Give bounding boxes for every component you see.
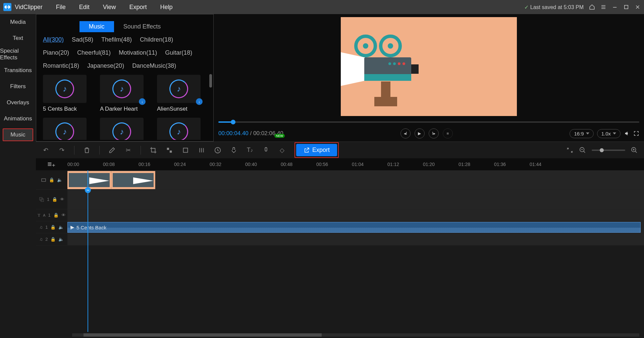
text-to-speech-icon[interactable]: T♪ xyxy=(246,147,254,154)
crop-icon[interactable] xyxy=(150,147,157,154)
menu-edit[interactable]: Edit xyxy=(79,4,90,11)
undo-icon[interactable]: ↶ xyxy=(42,147,49,154)
mic-icon[interactable] xyxy=(230,147,237,154)
category-romantic[interactable]: Romantic(18) xyxy=(43,62,79,69)
audio-track-1[interactable]: ▶ 5 Cents Back xyxy=(67,221,644,233)
aspect-button[interactable]: 16:9 xyxy=(570,129,593,138)
category-piano[interactable]: Piano(20) xyxy=(43,49,69,56)
volume-icon[interactable] xyxy=(624,130,630,136)
lock-icon[interactable]: 🔒 xyxy=(50,225,56,230)
lock-icon[interactable]: 🔒 xyxy=(53,213,59,218)
scrub-handle[interactable] xyxy=(231,120,235,124)
category-children[interactable]: Children(18) xyxy=(140,36,173,43)
text-track[interactable] xyxy=(67,209,644,221)
fit-icon[interactable] xyxy=(566,147,574,154)
sidebar-item-media[interactable]: Media xyxy=(0,14,36,30)
speed-button[interactable]: 1.0x xyxy=(597,129,621,138)
maximize-icon[interactable] xyxy=(623,4,629,10)
favorite-icon[interactable]: ◇NEW xyxy=(278,147,286,154)
visibility-icon[interactable]: 👁 xyxy=(60,197,64,202)
delete-icon[interactable] xyxy=(83,147,91,154)
category-motivation[interactable]: Motivation(11) xyxy=(119,49,157,56)
music-item-2[interactable]: ♪↓ A Darker Heart xyxy=(100,75,144,112)
category-thefilm[interactable]: Thefilm(48) xyxy=(101,36,132,43)
lock-icon[interactable]: 🔒 xyxy=(52,197,57,202)
category-all[interactable]: All(300) xyxy=(43,36,64,43)
download-icon[interactable]: ↓ xyxy=(196,98,203,105)
sidebar-item-text[interactable]: Text xyxy=(0,30,36,46)
close-icon[interactable] xyxy=(635,4,641,10)
media-tab-music[interactable]: Music xyxy=(79,21,114,32)
mosaic-icon[interactable] xyxy=(166,147,173,154)
stop-button[interactable]: ■ xyxy=(443,128,453,138)
zoom-in-icon[interactable] xyxy=(631,147,638,154)
category-japanese[interactable]: Japanese(20) xyxy=(87,62,124,69)
lock-icon[interactable]: 🔒 xyxy=(50,237,56,242)
play-button[interactable]: ▶ xyxy=(415,128,425,138)
time-ruler[interactable]: 00:0000:0800:1600:2400:3200:4000:4800:56… xyxy=(67,158,644,170)
lock-icon[interactable]: 🔒 xyxy=(49,177,54,182)
category-guitar[interactable]: Guitar(18) xyxy=(165,49,192,56)
menu-icon[interactable] xyxy=(600,4,606,10)
playhead-split-icon[interactable]: ✂ xyxy=(85,187,91,193)
preview-scrubber[interactable] xyxy=(214,119,644,125)
sidebar-item-animations[interactable]: Animations xyxy=(0,111,36,127)
fullscreen-icon[interactable] xyxy=(633,130,639,136)
music-item-1[interactable]: ♪ 5 Cents Back xyxy=(43,75,87,112)
video-track-header[interactable]: 🔒 🔈 xyxy=(36,170,67,190)
playhead[interactable]: ✂ xyxy=(88,170,88,332)
minimize-icon[interactable] xyxy=(612,4,618,10)
category-sad[interactable]: Sad(58) xyxy=(72,36,93,43)
music-item-6[interactable]: ♪↓ xyxy=(157,118,201,140)
media-scrollbar[interactable] xyxy=(209,74,212,88)
prev-frame-button[interactable]: ◂Ⅰ xyxy=(400,128,411,138)
mute-icon[interactable]: 🔈 xyxy=(58,237,64,242)
freeze-icon[interactable] xyxy=(182,147,189,154)
download-icon[interactable]: ↓ xyxy=(139,98,146,105)
next-frame-button[interactable]: Ⅰ▸ xyxy=(429,128,439,138)
zoom-out-icon[interactable] xyxy=(579,147,586,154)
export-button[interactable]: Export xyxy=(296,144,337,156)
duration-icon[interactable] xyxy=(214,147,221,154)
menu-file[interactable]: File xyxy=(56,4,66,11)
voice-icon[interactable] xyxy=(262,147,270,154)
menu-export[interactable]: Export xyxy=(129,4,147,11)
music-item-3[interactable]: ♪↓ AlienSunset xyxy=(157,75,201,112)
audio-track-2-header[interactable]: ♫ 2 🔒 🔈 xyxy=(36,233,67,245)
category-dancemusic[interactable]: DanceMusic(38) xyxy=(132,62,176,69)
visibility-icon[interactable]: 👁 xyxy=(61,213,66,218)
ruler-tick: 00:16 xyxy=(139,162,150,167)
sidebar-item-transitions[interactable]: Transitions xyxy=(0,62,36,78)
menu-help[interactable]: Help xyxy=(160,4,173,11)
audio-clip[interactable]: ▶ 5 Cents Back xyxy=(67,222,641,233)
sidebar-item-special-effects[interactable]: Special Effects xyxy=(0,46,36,62)
video-clip[interactable] xyxy=(67,171,155,189)
sidebar-item-filters[interactable]: Filters xyxy=(0,78,36,95)
split-icon[interactable]: ✂ xyxy=(124,147,132,154)
overlay-track-header[interactable]: 1 🔒 👁 xyxy=(36,190,67,209)
mute-icon[interactable]: 🔈 xyxy=(57,177,62,182)
category-cheerful[interactable]: Cheerful(81) xyxy=(77,49,111,56)
edit-icon[interactable] xyxy=(108,147,116,154)
zoom-slider[interactable] xyxy=(592,150,625,151)
track-options-icon[interactable]: ≡₊ xyxy=(48,160,56,169)
menu-view[interactable]: View xyxy=(103,4,116,11)
home-icon[interactable] xyxy=(589,4,595,10)
audio-track-1-header[interactable]: ♫ 1 🔒 🔈 xyxy=(36,221,67,233)
text-track-header[interactable]: TA 1 🔒 👁 xyxy=(36,209,67,221)
music-item-4[interactable]: ♪↓ xyxy=(43,118,87,140)
columns-icon[interactable] xyxy=(198,147,205,154)
sidebar-item-music[interactable]: Music xyxy=(3,128,33,141)
mute-icon[interactable]: 🔈 xyxy=(58,225,64,230)
audio-track-2[interactable] xyxy=(67,233,644,245)
tracks[interactable]: ✂ ▶ 5 Cents Back xyxy=(67,170,644,332)
timeline-horizontal-scrollbar[interactable] xyxy=(36,332,644,338)
video-track[interactable] xyxy=(67,170,644,190)
media-tab-sound-effects[interactable]: Sound Effects xyxy=(114,21,170,32)
music-item-5[interactable]: ♪↓ xyxy=(100,118,144,140)
ruler-tick: 01:28 xyxy=(459,162,470,167)
sidebar-item-overlays[interactable]: Overlays xyxy=(0,95,36,111)
media-panel: Music Sound Effects All(300) Sad(58) The… xyxy=(36,14,214,142)
redo-icon[interactable]: ↷ xyxy=(58,147,65,154)
overlay-track[interactable] xyxy=(67,190,644,209)
